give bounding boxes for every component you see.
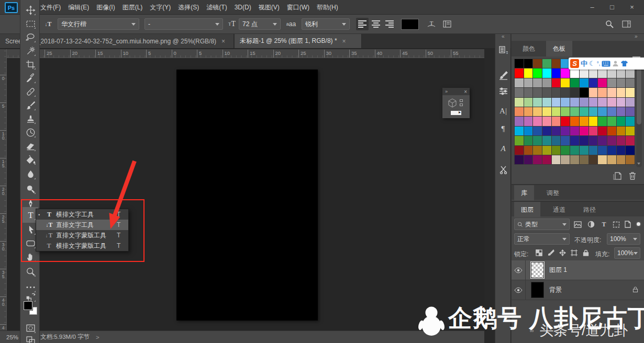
color-swatch[interactable] (617, 107, 626, 116)
maximize-button[interactable]: □ (602, 0, 622, 14)
color-swatch[interactable] (589, 136, 598, 145)
color-swatch[interactable] (515, 68, 524, 77)
quick-mask-button[interactable] (25, 322, 36, 334)
color-swatch[interactable] (552, 155, 561, 164)
color-swatch[interactable] (515, 107, 524, 116)
color-swatch[interactable] (580, 155, 589, 164)
gradient-tool[interactable] (25, 154, 36, 165)
clone-stamp-tool[interactable] (25, 113, 36, 124)
layer-name[interactable]: 图层 1 (549, 266, 567, 275)
color-swatch[interactable] (533, 127, 542, 135)
tool-presets-panel-icon[interactable] (497, 163, 509, 176)
color-swatch[interactable] (552, 146, 561, 155)
color-swatch[interactable] (533, 117, 542, 125)
spot-healing-brush-tool[interactable] (25, 86, 36, 97)
color-swatch[interactable] (524, 98, 533, 107)
chinese-mode-icon[interactable]: 中 (581, 59, 587, 68)
color-swatch[interactable] (598, 68, 607, 77)
color-swatch[interactable] (626, 107, 635, 116)
color-swatch[interactable] (598, 78, 607, 87)
tab-channels[interactable]: 通道 (546, 202, 572, 218)
color-swatch[interactable] (607, 136, 616, 145)
quick-selection-tool[interactable] (25, 45, 36, 56)
color-swatch[interactable] (570, 155, 579, 164)
text-color-swatch[interactable] (401, 19, 419, 30)
zoom-tool[interactable] (25, 266, 36, 277)
menu-item-9[interactable]: 窗口(W) (283, 0, 313, 15)
lock-artboard-icon[interactable] (570, 248, 579, 257)
collapse-panels-icon[interactable]: » (635, 33, 638, 39)
color-swatch[interactable] (580, 127, 589, 135)
color-swatch[interactable] (580, 78, 589, 87)
color-swatch[interactable] (533, 78, 542, 87)
color-swatch[interactable] (552, 68, 561, 77)
color-swatch[interactable] (598, 107, 607, 116)
color-swatch[interactable] (626, 98, 635, 107)
color-swatch[interactable] (580, 88, 589, 97)
tab-layers[interactable]: 图层 (514, 202, 540, 218)
foreground-background-colors[interactable] (24, 301, 39, 317)
paragraph-panel-icon[interactable]: ¶ (497, 122, 509, 135)
color-swatch[interactable] (552, 127, 561, 135)
color-swatch[interactable] (580, 68, 589, 77)
document-tab-active[interactable]: 未标题-1 @ 25% (图层 1, RGB/8) *× (235, 34, 362, 48)
color-swatch[interactable] (580, 117, 589, 125)
font-family-select[interactable]: 华文行楷 (58, 18, 139, 30)
color-swatch[interactable] (524, 68, 533, 77)
menu-item-10[interactable]: 帮助(H) (313, 0, 342, 15)
color-swatch[interactable] (561, 68, 570, 77)
layer-row[interactable]: 背景 (512, 280, 644, 300)
menu-item-4[interactable]: 文字(Y) (146, 0, 174, 15)
color-swatch[interactable] (598, 146, 607, 155)
sogou-logo-icon[interactable]: S (570, 59, 579, 68)
color-swatch[interactable] (524, 127, 533, 135)
color-swatch[interactable] (515, 136, 524, 145)
color-swatch[interactable] (561, 78, 570, 87)
panel-collapse-icon[interactable]: » (445, 89, 448, 94)
color-swatch[interactable] (589, 146, 598, 155)
color-swatch[interactable] (552, 117, 561, 125)
eraser-tool[interactable] (25, 140, 36, 152)
color-swatch[interactable] (626, 78, 635, 87)
color-swatch[interactable] (533, 88, 542, 97)
dodge-tool[interactable] (25, 183, 36, 195)
color-swatch[interactable] (515, 146, 524, 155)
font-size-select[interactable]: 72 点 (239, 18, 281, 30)
color-swatch[interactable] (542, 136, 551, 145)
color-swatch[interactable] (552, 98, 561, 107)
visibility-eye-icon[interactable] (512, 260, 526, 280)
color-swatch[interactable] (533, 136, 542, 145)
color-swatch[interactable] (589, 98, 598, 107)
history-panel-icon[interactable]: 5 (497, 44, 509, 56)
color-swatch[interactable] (607, 88, 616, 97)
lock-transparency-icon[interactable] (535, 248, 543, 257)
color-swatch[interactable] (542, 98, 551, 107)
rectangular-marquee-tool[interactable] (25, 18, 36, 29)
glyphs-panel-icon[interactable]: A (497, 142, 509, 155)
tab-adjustments[interactable]: 调整 (540, 185, 566, 201)
color-swatch[interactable] (598, 127, 607, 135)
color-swatch[interactable] (570, 136, 579, 145)
color-swatch[interactable] (589, 88, 598, 97)
swatches-scrollbar[interactable] (636, 60, 642, 167)
color-swatch[interactable] (598, 117, 607, 125)
color-swatch[interactable] (552, 78, 561, 87)
color-swatch[interactable] (570, 127, 579, 135)
menu-item-2[interactable]: 图像(I) (93, 0, 118, 15)
filter-toggle-icon[interactable] (636, 221, 641, 227)
color-swatch[interactable] (524, 59, 533, 68)
color-swatch[interactable] (580, 98, 589, 107)
filter-adjustment-icon[interactable] (586, 220, 595, 228)
toggle-panels-icon[interactable] (441, 18, 453, 30)
color-swatch[interactable] (542, 146, 551, 155)
color-swatch[interactable] (552, 107, 561, 116)
color-swatch[interactable] (533, 155, 542, 164)
color-swatch[interactable] (589, 78, 598, 87)
eyedropper-tool[interactable] (25, 72, 36, 84)
move-tool[interactable] (25, 4, 36, 16)
workspace-icon[interactable] (620, 18, 632, 30)
color-swatch[interactable] (570, 146, 579, 155)
color-swatch[interactable] (570, 68, 579, 77)
layer-thumbnail[interactable] (531, 282, 544, 298)
color-swatch[interactable] (524, 146, 533, 155)
